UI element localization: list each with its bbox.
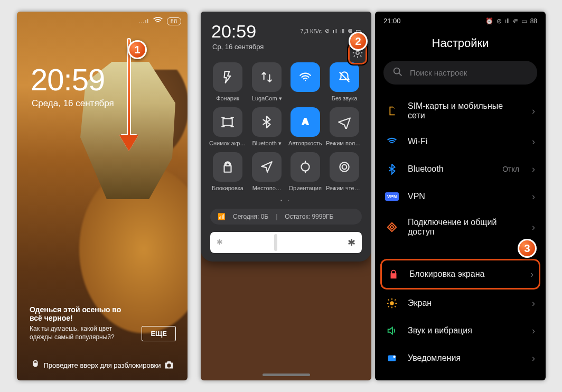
brightness-thumb[interactable] — [274, 234, 277, 251]
chevron-right-icon: › — [532, 380, 535, 381]
qs-tile-label: Bluetooth ▾ — [249, 140, 285, 147]
voice-assistant-icon[interactable] — [30, 359, 41, 371]
qs-tile-label: Местопо… — [249, 185, 285, 191]
chevron-right-icon: › — [532, 222, 535, 233]
qs-tile-label: Режим полета — [326, 140, 363, 146]
carrier-icon: 📶 — [218, 213, 226, 220]
wifi-icon — [291, 62, 320, 92]
lock-time: 20:59 — [31, 62, 105, 97]
dnd-icon: ⊘ — [325, 27, 330, 34]
settings-item-sound[interactable]: Звук и вибрация › — [375, 317, 546, 344]
autob-icon: A — [291, 107, 320, 137]
status-bar: 21:00 ⏰ ⊘ ıll ⋐ ▭ 88 — [375, 12, 546, 27]
usage-left: Остаток: 9999ГБ — [285, 213, 333, 220]
signal-icon: ıll — [505, 17, 510, 25]
orient-icon — [291, 152, 320, 182]
chevron-right-icon: › — [532, 106, 535, 117]
chevron-right-icon: › — [532, 191, 535, 202]
svg-point-0 — [356, 51, 359, 54]
svg-point-5 — [394, 68, 400, 74]
promo-subtitle: Как ты думаешь, какой цвет одежды самый … — [30, 324, 135, 341]
svg-text:A: A — [302, 116, 308, 127]
chevron-right-icon: › — [532, 164, 535, 175]
notification-shade[interactable]: 20:59 Ср, 16 сентября 7,3 КБ/с ⊘ ıll ıll… — [201, 12, 371, 262]
qs-tile-plane[interactable]: Режим полета — [326, 107, 363, 147]
qs-tile-label: Снимок экра… — [209, 140, 246, 146]
svg-point-2 — [301, 163, 309, 171]
qs-tile-orient[interactable]: Ориентация — [288, 152, 323, 191]
home-icon — [386, 379, 398, 380]
signal-icon: …ıl — [138, 18, 149, 24]
signal2-icon: ıll — [340, 28, 344, 34]
status-bar: …ıl 88 — [138, 15, 181, 27]
callout-badge-3: 3 — [518, 239, 537, 258]
read-icon — [330, 152, 359, 182]
qs-tile-mute[interactable]: Без звука — [326, 62, 363, 102]
quick-settings-screen: 20:59 Ср, 16 сентября 7,3 КБ/с ⊘ ıll ıll… — [201, 12, 371, 380]
settings-screen: 21:00 ⏰ ⊘ ıll ⋐ ▭ 88 Настройки Поиск нас… — [375, 12, 546, 380]
bt-icon — [252, 107, 282, 137]
data-usage-bar[interactable]: 📶 Сегодня: 0Б | Остаток: 9999ГБ — [210, 209, 362, 225]
unlock-hint: Проведите вверх для разблокировки — [43, 361, 161, 369]
sim-icon — [386, 105, 398, 117]
settings-item-notifications[interactable]: Уведомления › — [375, 344, 546, 372]
qs-tile-label: Без звука — [326, 95, 363, 101]
bluetooth-value: Откл — [502, 165, 519, 173]
gesture-handle — [263, 374, 310, 376]
qs-tile-label: Фонарик — [209, 95, 246, 101]
settings-item-vpn[interactable]: VPN VPN › — [375, 183, 546, 210]
qs-tile-data[interactable]: LugaCom ▾ — [249, 62, 285, 102]
data-icon — [252, 62, 282, 92]
qs-tile-loc[interactable]: Местопо… — [249, 152, 285, 191]
qs-tile-label: Блокировка — [209, 185, 246, 191]
settings-item-sim[interactable]: SIM-карты и мобильные сети › — [375, 94, 546, 128]
flash-icon — [213, 62, 242, 92]
qs-tiles: ФонарикLugaCom ▾Без звукаСнимок экра…Blu… — [206, 53, 366, 195]
settings-item-home[interactable]: Рабочий стол › — [375, 372, 546, 380]
shot-icon — [213, 107, 242, 137]
chevron-right-icon: › — [532, 353, 535, 364]
callout-badge-2: 2 — [349, 32, 368, 51]
qs-tile-shot[interactable]: Снимок экра… — [209, 107, 246, 147]
qs-tile-autob[interactable]: AАвтояркость — [288, 107, 323, 147]
wifi-icon — [152, 15, 164, 27]
qs-tile-label: LugaCom ▾ — [249, 95, 285, 102]
loc-icon — [252, 152, 282, 182]
qs-tile-flash[interactable]: Фонарик — [209, 62, 246, 102]
settings-item-lockscreen-highlight: Блокировка экрана › — [380, 259, 540, 290]
usage-today: Сегодня: 0Б — [233, 213, 268, 220]
promo-more-button[interactable]: ЕЩЕ — [142, 326, 176, 341]
brightness-slider[interactable] — [210, 232, 362, 253]
signal-icon: ıll — [333, 28, 337, 34]
settings-item-share[interactable]: Подключение и общий доступ › — [375, 210, 546, 244]
qs-tile-bt[interactable]: Bluetooth ▾ — [249, 107, 285, 147]
settings-item-lockscreen[interactable]: Блокировка экрана › — [382, 260, 539, 288]
qs-tile-wifi[interactable] — [288, 62, 323, 102]
search-placeholder: Поиск настроек — [410, 68, 467, 77]
settings-gear-icon[interactable] — [352, 51, 363, 60]
qs-date: Ср, 16 сентября — [211, 43, 264, 51]
chevron-right-icon: › — [532, 136, 535, 147]
settings-item-screen[interactable]: Экран › — [375, 290, 546, 317]
svg-point-4 — [340, 162, 349, 171]
svg-point-8 — [393, 356, 395, 358]
qs-tile-label: Режим чтения — [326, 185, 363, 191]
settings-item-bluetooth[interactable]: Bluetooth Откл › — [375, 155, 546, 183]
settings-search[interactable]: Поиск настроек — [383, 61, 537, 85]
search-icon — [392, 66, 404, 79]
battery-pill: 88 — [167, 17, 181, 25]
chevron-right-icon: › — [530, 269, 533, 280]
settings-item-wifi[interactable]: Wi-Fi › — [375, 128, 546, 155]
lock-promo: Оденься этой осенью во всё черное! Как т… — [30, 305, 176, 341]
wifi-icon: ⋐ — [513, 17, 518, 25]
battery-icon: ▭ — [521, 17, 527, 25]
camera-icon[interactable] — [163, 359, 175, 371]
qs-tile-lock[interactable]: Блокировка — [209, 152, 246, 191]
qs-time: 20:59 — [211, 21, 264, 42]
lock-screen: …ıl 88 20:59 Среда, 16 сентября Оденься … — [17, 12, 188, 380]
qs-tile-read[interactable]: Режим чтения — [326, 152, 363, 191]
share-icon — [386, 221, 398, 234]
plane-icon — [330, 107, 359, 137]
page-title: Настройки — [375, 27, 546, 61]
lock-icon — [387, 268, 400, 281]
